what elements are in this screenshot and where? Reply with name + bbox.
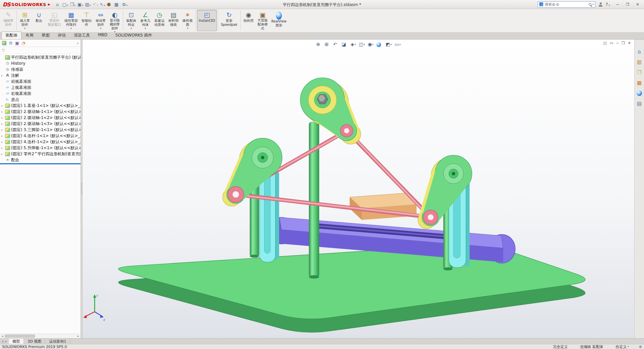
configurationmanager-tab-icon[interactable]: ▣: [15, 41, 19, 46]
assembly-3d-model[interactable]: x y z: [83, 40, 634, 338]
home-icon[interactable]: ⌂ ▾: [55, 2, 61, 7]
tree-item[interactable]: ▸ 平行四边形机制(竖直兜圈子平台) (默认<显示状态-1>): [0, 54, 81, 60]
tree-item[interactable]: ▸ ▱ 前视基准面: [0, 78, 81, 84]
tree-item[interactable]: ▸ ∟ 原点: [0, 97, 81, 103]
apply-scene-icon[interactable]: ◩ ▾: [385, 41, 393, 48]
display-style-icon[interactable]: ◫ ▾: [358, 41, 366, 48]
command-tab[interactable]: MBD: [94, 32, 111, 39]
tab-scroll-right-icon[interactable]: »: [5, 340, 7, 343]
new-document-icon[interactable]: ▢ ▾: [61, 2, 69, 7]
document-tab[interactable]: 运动算例1: [45, 339, 70, 344]
scrollbar-thumb[interactable]: [5, 335, 35, 338]
scrollbar-track[interactable]: [5, 334, 76, 338]
command-tab[interactable]: SOLIDWORKS 插件: [111, 32, 156, 39]
view-settings-icon[interactable]: ▭ ▾: [394, 41, 402, 48]
chevron-down-icon[interactable]: ▾: [390, 43, 392, 46]
graphics-viewport[interactable]: x y z ⊕ ▾ ⊞ ▾: [83, 40, 634, 338]
expand-arrow-icon[interactable]: ▸: [1, 122, 5, 125]
zoom-fit-icon[interactable]: ⊕ ▾: [315, 41, 323, 48]
section-view-icon[interactable]: ◪ ▾: [341, 41, 349, 48]
tree-item[interactable]: ▸ (固定) 1.基座-1<1> (默认<<默认>_显示状态 1>): [0, 103, 81, 109]
base-plate[interactable]: [118, 245, 585, 332]
chevron-down-icon[interactable]: ▾: [97, 4, 98, 7]
doc-minimize-icon[interactable]: ─: [616, 41, 618, 45]
displaymanager-tab-icon[interactable]: ◔: [21, 41, 25, 46]
expand-arrow-icon[interactable]: ▸: [1, 74, 5, 77]
update-speedpak-button[interactable]: ↻ 更新 Speedpak ▾: [219, 10, 239, 31]
component-preview-button[interactable]: ◱ 零部件 预览窗口 ▾: [46, 10, 63, 31]
move-component-button[interactable]: ⇔ 移动零 部件 ▾: [94, 10, 108, 31]
tree-item[interactable]: ▸ ◷ History: [0, 60, 81, 66]
custom-properties-icon[interactable]: ▤: [636, 100, 643, 107]
command-tab[interactable]: 评估: [54, 32, 70, 39]
chevron-down-icon[interactable]: ▾: [131, 27, 132, 30]
expand-arrow-icon[interactable]: ▸: [1, 147, 5, 150]
pane-split-icon[interactable]: ◫: [603, 41, 606, 45]
document-tab[interactable]: 模型: [9, 339, 24, 344]
undo-icon[interactable]: ↶ ▾: [92, 2, 99, 7]
pane-restore-icon[interactable]: ▭: [610, 41, 613, 45]
bill-of-materials-button[interactable]: ▤ 材料明 细表 ▾: [166, 10, 181, 31]
chevron-down-icon[interactable]: ▾: [104, 4, 105, 7]
scroll-left-icon[interactable]: ◂: [0, 335, 5, 338]
tree-item[interactable]: ▸ (固定) 2.驱动轴-1<1> (默认<<默认>_显示状态 1>): [0, 109, 81, 115]
chevron-down-icon[interactable]: ▾: [24, 27, 26, 30]
featuremanager-split-bar[interactable]: [0, 163, 81, 164]
file-properties-icon[interactable]: ▦ ▾: [113, 2, 121, 7]
reference-geometry-button[interactable]: ∠ 参考几 何体 ▾: [138, 10, 152, 31]
command-search[interactable]: ▾: [538, 1, 595, 8]
edit-component-button[interactable]: ✎ 编辑零 部件 ▾: [1, 10, 15, 31]
show-hidden-components-button[interactable]: ◐ 显示隐 藏的零 部件 ▾: [108, 10, 122, 31]
status-item[interactable]: 完全定义 ▾: [553, 344, 570, 349]
view-palette-icon[interactable]: ▦: [636, 79, 643, 86]
status-item[interactable]: 自定义 ▾: [615, 344, 629, 349]
hide-show-items-icon[interactable]: ◉ ▾: [367, 41, 375, 48]
chevron-down-icon[interactable]: ▾: [399, 43, 401, 46]
tree-item[interactable]: ▸ ▱ 右视基准面: [0, 91, 81, 97]
solidworks-logo[interactable]: DS SOLIDWORKS ▶: [3, 1, 50, 8]
chevron-down-icon[interactable]: ▾: [70, 27, 72, 30]
select-icon[interactable]: ↖ ▾: [99, 2, 106, 7]
panel-horizontal-scrollbar[interactable]: ◂ ▸: [0, 334, 81, 338]
file-explorer-icon[interactable]: ❐: [636, 69, 643, 76]
command-tab[interactable]: 布局: [21, 32, 38, 39]
doc-close-icon[interactable]: ✕: [628, 41, 631, 45]
new-motion-study-button[interactable]: ◷ 新建运 动算例 ▾: [152, 10, 166, 31]
chevron-down-icon[interactable]: ▾: [100, 27, 101, 30]
splitter-grip[interactable]: [81, 183, 82, 195]
tree-item[interactable]: ▸ (固定) 4.连杆-1<1> (默认<<默认>_显示状态 1>): [0, 133, 81, 139]
design-library-icon[interactable]: ▥: [636, 59, 643, 65]
tree-item[interactable]: ▸ (固定) 3.三脚架-1<1> (默认<<默认>_显示状态 1>): [0, 127, 81, 133]
expand-arrow-icon[interactable]: ▸: [1, 116, 5, 119]
tab-scroll-left-icon[interactable]: «: [2, 340, 4, 343]
expand-arrow-icon[interactable]: ▸: [1, 104, 5, 107]
chevron-down-icon[interactable]: ▾: [593, 3, 594, 6]
help-button[interactable]: ? ▾: [606, 2, 610, 7]
chevron-down-icon[interactable]: ▾: [67, 4, 68, 7]
scroll-right-icon[interactable]: ▸: [76, 335, 81, 338]
chevron-down-icon[interactable]: ▾: [372, 43, 374, 46]
zoom-area-icon[interactable]: ⊞ ▾: [324, 41, 331, 48]
restore-button[interactable]: ❐: [623, 1, 633, 8]
user-account-icon[interactable]: [598, 2, 603, 7]
tree-filter-row[interactable]: ▽: [0, 47, 81, 54]
exploded-view-button[interactable]: ✶ 爆炸视 图 ▾: [181, 10, 195, 31]
previous-view-icon[interactable]: ↶ ▾: [332, 41, 340, 48]
close-button[interactable]: ✕: [633, 1, 643, 8]
tree-item[interactable]: ▸ (固定) 2.驱动轴-1<3> (默认<<默认>_显示状态 1>): [0, 121, 81, 127]
save-icon[interactable]: ▣ ▾: [77, 2, 84, 7]
tree-item[interactable]: ▸ ▱ 上视基准面: [0, 84, 81, 91]
rebuild-icon[interactable]: ▾: [106, 2, 113, 7]
instant3d-button[interactable]: ◰ Instant3D ▾: [197, 10, 217, 31]
featuremanager-tab-icon[interactable]: [2, 41, 6, 45]
options-icon[interactable]: ⚙ ▾: [121, 2, 128, 7]
chevron-down-icon[interactable]: ▾: [187, 27, 188, 30]
expand-arrow-icon[interactable]: ▸: [1, 110, 5, 113]
tree-item[interactable]: ▸ (固定) 2.驱动轴-1<2> (默认<<默认>_显示状态 1>): [0, 115, 81, 121]
large-assembly-mode-button[interactable]: ▣ 大型装 配体模 式 ▾: [256, 10, 270, 31]
expand-arrow-icon[interactable]: ▸: [1, 128, 5, 131]
tree-item[interactable]: ▸ (固定) 4.连杆-1<2> (默认<<默认>_显示状态 1>): [0, 139, 81, 145]
chevron-down-icon[interactable]: ▾: [355, 43, 356, 46]
chevron-down-icon[interactable]: ▾: [363, 43, 365, 46]
command-tab[interactable]: 装配体: [1, 32, 21, 39]
